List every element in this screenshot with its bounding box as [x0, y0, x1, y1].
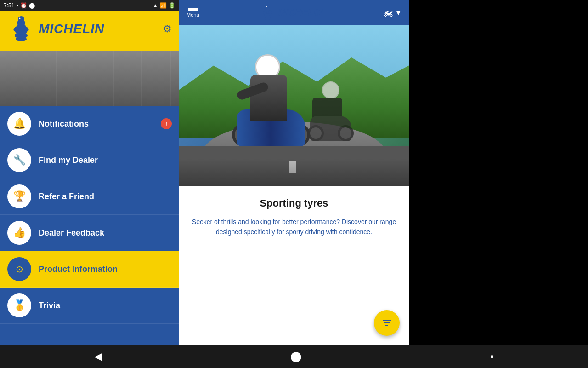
trophy-icon: 🏆 — [13, 190, 26, 202]
bell-icon: 🔔 — [13, 118, 26, 130]
photo-overlay — [179, 159, 409, 186]
battery-icon: 🔋 — [169, 2, 175, 9]
svg-point-5 — [18, 16, 24, 23]
dealer-icon: 🔧 — [13, 154, 26, 166]
alarm-icon: ⏰ — [20, 2, 27, 9]
road-background — [0, 51, 179, 106]
detail-description-text: Seeker of thrills and looking for better… — [190, 217, 398, 237]
find-dealer-label: Find my Dealer — [39, 155, 172, 165]
recent-button[interactable]: ▪ — [490, 351, 494, 362]
menu-item-refer-friend[interactable]: 🏆 Refer a Friend — [0, 178, 179, 215]
menu-item-product-information[interactable]: ⊙ Product Information — [0, 251, 179, 288]
svg-point-33 — [266, 6, 267, 7]
header-brand-name: MICHELIN — [278, 7, 323, 18]
back-button[interactable]: ◀ — [94, 351, 102, 362]
settings-icon[interactable]: ⚙ — [163, 23, 172, 35]
nav-bar: ◀ ⬤ ▪ — [0, 345, 588, 368]
detail-description: Sporting tyres Seeker of thrills and loo… — [179, 186, 409, 368]
menu-item-find-dealer[interactable]: 🔧 Find my Dealer — [0, 142, 179, 178]
dealer-feedback-label: Dealer Feedback — [39, 228, 172, 238]
hamburger-icon — [188, 10, 198, 11]
product-information-label: Product Information — [39, 264, 172, 274]
tire-icon: ⊙ — [16, 264, 23, 275]
wifi-icon: ▲ — [153, 2, 158, 9]
fab-button[interactable] — [374, 310, 400, 336]
notifications-label: Notifications — [39, 119, 161, 129]
sim-icon: ▪ — [16, 2, 18, 9]
refer-friend-label: Refer a Friend — [39, 192, 172, 201]
menu-label: Menu — [187, 12, 199, 17]
dropdown-arrow-icon: ▼ — [395, 9, 401, 17]
detail-panel: Menu MICHELIN 🏍 ▼ — [179, 0, 409, 368]
detail-title: Sporting tyres — [190, 197, 398, 209]
menu-item-dealer-feedback[interactable]: 👍 Dealer Feedback — [0, 215, 179, 251]
moto-selector[interactable]: 🏍 ▼ — [383, 7, 401, 19]
status-left: 7:51 ▪ ⏰ ⬤ — [4, 2, 35, 9]
notifications-icon-circle: 🔔 — [7, 112, 31, 136]
michelin-man-small — [260, 5, 276, 21]
detail-header: Menu MICHELIN 🏍 ▼ — [179, 0, 409, 25]
status-right: ▲ 📶 🔋 — [153, 2, 175, 9]
status-bar: 7:51 ▪ ⏰ ⬤ ▲ 📶 🔋 — [0, 0, 179, 11]
svg-point-6 — [19, 18, 21, 19]
time: 7:51 — [4, 2, 14, 9]
michelin-logo: MICHELIN — [7, 15, 104, 43]
bibendum-logo — [7, 15, 35, 43]
svg-rect-37 — [384, 322, 390, 323]
brand-name: MICHELIN — [39, 22, 104, 36]
dealer-feedback-icon-circle: 👍 — [7, 221, 31, 245]
svg-rect-36 — [383, 320, 391, 321]
trivia-icon-circle: 🥇 — [7, 293, 31, 317]
refer-friend-icon-circle: 🏆 — [7, 184, 31, 208]
trivia-label: Trivia — [39, 301, 172, 310]
home-button[interactable]: ⬤ — [290, 351, 302, 362]
menu-item-trivia[interactable]: 🥇 Trivia — [0, 288, 179, 324]
menu-button[interactable]: Menu — [187, 8, 199, 17]
moto-photo-area — [179, 25, 409, 186]
notification-badge: ! — [161, 118, 172, 129]
moto-select-icon: 🏍 — [383, 7, 393, 19]
signal-icon: 📶 — [160, 2, 167, 9]
record-icon: ⬤ — [29, 2, 35, 9]
filter-icon — [381, 317, 392, 328]
menu-item-notifications[interactable]: 🔔 Notifications ! — [0, 106, 179, 142]
thumbsup-icon: 👍 — [13, 227, 26, 239]
product-info-icon-circle: ⊙ — [7, 257, 31, 281]
left-panel: 7:51 ▪ ⏰ ⬤ ▲ 📶 🔋 MICHELI — [0, 0, 179, 368]
svg-point-32 — [266, 5, 269, 9]
find-dealer-icon-circle: 🔧 — [7, 148, 31, 172]
medal-icon: 🥇 — [13, 299, 26, 311]
svg-rect-38 — [385, 325, 388, 326]
michelin-header-logo: MICHELIN — [260, 5, 323, 21]
